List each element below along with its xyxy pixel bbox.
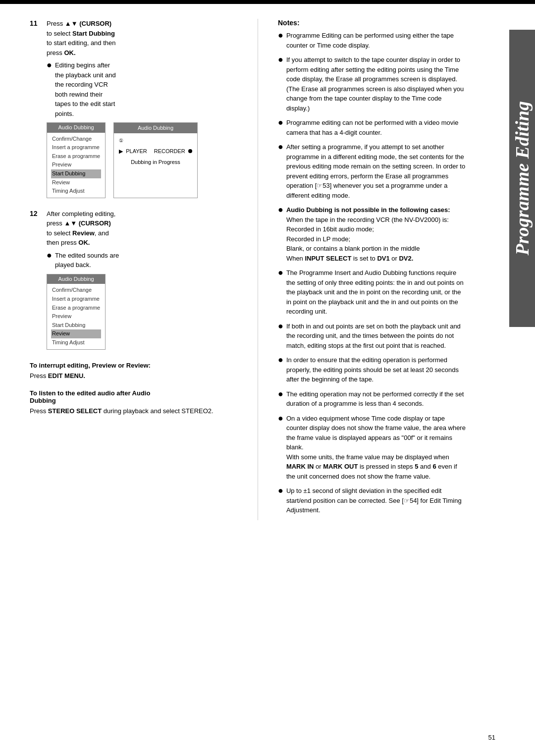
listen-body: Press STEREO SELECT during playback and … <box>30 406 238 416</box>
screen-box-menu-1: Audio Dubbing Confirm/Change Insert a pr… <box>47 122 106 198</box>
step-12-bullet: ● The edited sounds are played back. <box>47 251 238 270</box>
screen-item-2-7: Timing Adjust <box>51 338 101 347</box>
main-content: 11 Press ▲▼ (CURSOR) to select Start Dub… <box>0 4 535 535</box>
side-label-text: Programme Editing <box>511 101 533 255</box>
note-bullet-11: ● <box>278 486 283 515</box>
note-7: ● If both in and out points are set on b… <box>278 322 466 351</box>
screen-title-player: Audio Dubbing <box>114 123 197 133</box>
step-11-bullet: ● Editing begins after the playback unit… <box>47 60 238 118</box>
interrupt-body: Press EDIT MENU. <box>30 371 238 381</box>
bullet-dot-12: ● <box>47 251 52 270</box>
screen-box-menu-2: Audio Dubbing Confirm/Change Insert a pr… <box>47 274 106 350</box>
note-bullet-8: ● <box>278 355 283 384</box>
screen-item-2: Insert a programme <box>51 143 101 152</box>
dubbing-status: Dubbing in Progress <box>119 158 192 167</box>
notes-header: Notes: <box>278 19 466 27</box>
listen-header: To listen to the edited audio after Audi… <box>30 389 238 404</box>
screen-title-1: Audio Dubbing <box>47 123 105 133</box>
step-12-text: After completing editing, press ▲▼ (CURS… <box>47 209 238 248</box>
left-column: 11 Press ▲▼ (CURSOR) to select Start Dub… <box>30 19 238 520</box>
screen-item-2-1: Confirm/Change <box>51 286 101 295</box>
bullet-dot: ● <box>47 60 52 118</box>
column-divider <box>258 19 258 520</box>
note-6: ● The Programme Insert and Audio Dubbing… <box>278 268 466 317</box>
note-4: ● After setting a programme, if you atte… <box>278 142 466 200</box>
note-1: ● Programme Editing can be performed usi… <box>278 31 466 50</box>
note-8: ● In order to ensure that the editing op… <box>278 355 466 384</box>
top-bar <box>0 0 535 4</box>
screen-item-7: Timing Adjust <box>51 187 101 196</box>
note-text-5: Audio Dubbing is not possible in the fol… <box>286 205 450 263</box>
step-12-screen: Audio Dubbing Confirm/Change Insert a pr… <box>47 274 238 350</box>
note-5: ● Audio Dubbing is not possible in the f… <box>278 205 466 263</box>
note-text-1: Programme Editing can be performed using… <box>286 31 466 50</box>
screen-item-2-3: Erase a programme <box>51 304 101 313</box>
note-bullet-10: ● <box>278 414 283 482</box>
note-2: ● If you attempt to switch to the tape c… <box>278 55 466 113</box>
side-label: Programme Editing <box>509 30 535 327</box>
step-12-block: 12 After completing editing, press ▲▼ (C… <box>30 209 238 350</box>
note-text-11: Up to ±1 second of slight deviation in t… <box>286 486 466 515</box>
note-text-2: If you attempt to switch to the tape cou… <box>286 55 466 113</box>
step-12-bullet-text: The edited sounds are played back. <box>55 251 119 270</box>
screen-item-1: Confirm/Change <box>51 135 101 144</box>
step-11-content: Press ▲▼ (CURSOR) to select Start Dubbin… <box>47 19 238 198</box>
page: Programme Editing 11 Press ▲▼ (CURSOR) t… <box>0 0 535 756</box>
note-text-4: After setting a programme, if you attemp… <box>286 142 466 200</box>
note-10: ● On a video equipment whose Time code d… <box>278 414 466 482</box>
rec-dot <box>188 149 192 153</box>
step-11-number: 11 <box>30 19 41 198</box>
note-text-7: If both in and out points are set on bot… <box>286 322 466 351</box>
note-3: ● Programme editing can not be performed… <box>278 118 466 137</box>
page-number: 51 <box>488 734 495 741</box>
note-text-10: On a video equipment whose Time code dis… <box>286 414 466 482</box>
screen-item-2-5: Start Dubbing <box>51 321 101 330</box>
screen-item-5: Start Dubbing <box>51 169 101 178</box>
note-11: ● Up to ±1 second of slight deviation in… <box>278 486 466 515</box>
note-bullet-4: ● <box>278 142 283 200</box>
step-11-bullet-text: Editing begins after the playback unit a… <box>55 60 116 118</box>
screen-box-player: Audio Dubbing ① ▶ PLAYER RECORDER Dubbin… <box>113 122 198 198</box>
listen-section: To listen to the edited audio after Audi… <box>30 389 238 416</box>
interrupt-header: To interrupt editing, Preview or Review: <box>30 362 238 369</box>
step-11-screens: Audio Dubbing Confirm/Change Insert a pr… <box>47 122 238 198</box>
note-bullet-3: ● <box>278 118 283 137</box>
screen-item-2-6: Review <box>51 329 101 338</box>
note-bullet-5: ● <box>278 205 283 263</box>
note-text-9: The editing operation may not be perform… <box>286 389 466 409</box>
screen-item-4: Preview <box>51 161 101 169</box>
note-text-8: In order to ensure that the editing oper… <box>286 355 466 384</box>
step-12-content: After completing editing, press ▲▼ (CURS… <box>47 209 238 350</box>
note-bullet-2: ● <box>278 55 283 113</box>
step-11-block: 11 Press ▲▼ (CURSOR) to select Start Dub… <box>30 19 238 198</box>
screen-item-6: Review <box>51 178 101 187</box>
right-column: Notes: ● Programme Editing can be perfor… <box>278 19 495 520</box>
play-icon: ▶ <box>119 147 123 156</box>
recorder-label: RECORDER <box>154 147 185 156</box>
player-row: ▶ PLAYER RECORDER <box>119 147 192 156</box>
note-bullet-9: ● <box>278 389 283 409</box>
player-label: PLAYER <box>126 147 147 156</box>
note-bullet-1: ● <box>278 31 283 50</box>
screen-item-2-2: Insert a programme <box>51 295 101 304</box>
screen-title-2: Audio Dubbing <box>47 274 105 284</box>
step-11-text: Press ▲▼ (CURSOR) to select Start Dubbin… <box>47 19 238 57</box>
note-bullet-6: ● <box>278 268 283 317</box>
screen-item-3: Erase a programme <box>51 152 101 161</box>
interrupt-section: To interrupt editing, Preview or Review:… <box>30 362 238 381</box>
circle-icon: ① <box>119 136 123 145</box>
note-text-6: The Programme Insert and Audio Dubbing f… <box>286 268 466 317</box>
note-text-3: Programme editing can not be performed w… <box>286 118 466 137</box>
screen-item-2-4: Preview <box>51 312 101 321</box>
note-9: ● The editing operation may not be perfo… <box>278 389 466 409</box>
note-bullet-7: ● <box>278 322 283 351</box>
step-12-number: 12 <box>30 209 41 350</box>
